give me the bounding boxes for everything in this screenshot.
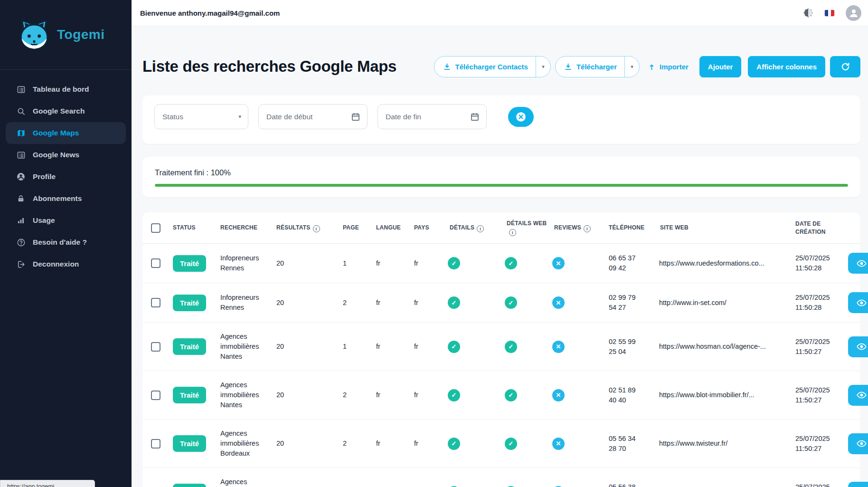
recherche-cell: Infopreneurs Rennes	[217, 253, 273, 273]
langue-cell: fr	[372, 439, 410, 449]
info-icon[interactable]: i	[477, 225, 484, 232]
pays-cell: fr	[410, 342, 446, 352]
site-web-link[interactable]: https://www.blot-immobilier.fr/...	[656, 390, 792, 400]
progress-label: Traitement fini : 100%	[155, 167, 848, 178]
help-icon	[16, 238, 26, 247]
site-web-link[interactable]: https://www.twisteur.fr/	[656, 439, 792, 449]
recherche-cell: Agences immobilières Nantes	[217, 380, 273, 410]
sidebar-item-deconnexion[interactable]: Deconnexion	[6, 253, 126, 275]
date-creation-cell: 25/07/2025	[792, 482, 851, 487]
sidebar-item-google-search[interactable]: Google Search	[6, 100, 126, 122]
filters-card: Status ▾ Date de début Date de fin	[142, 95, 860, 144]
details-web-check-icon: ✓	[505, 341, 517, 353]
import-button[interactable]: Importer	[648, 63, 689, 71]
add-button[interactable]: Ajouter	[699, 56, 742, 77]
view-button[interactable]	[848, 336, 868, 357]
sidebar-item-label: Google Maps	[33, 129, 79, 137]
results-table: Status Recherche Résultatsi Page Langue …	[142, 212, 860, 487]
status-select[interactable]: Status ▾	[154, 104, 248, 129]
sidebar-item-besoin-daide[interactable]: Besoin d'aide ?	[6, 231, 126, 253]
column-header-page: Page	[339, 224, 372, 232]
reviews-x-icon: ✕	[552, 341, 565, 353]
sidebar-item-tableau-de-bord[interactable]: Tableau de bord	[6, 78, 126, 100]
french-flag-icon[interactable]	[825, 10, 834, 16]
date-end-input[interactable]: Date de fin	[377, 104, 487, 129]
download-contacts-caret[interactable]: ▾	[536, 57, 550, 77]
info-icon[interactable]: i	[584, 225, 591, 232]
select-all-checkbox[interactable]	[151, 223, 160, 233]
status-badge: Traité	[173, 387, 206, 403]
resultats-cell: 20	[273, 258, 339, 268]
column-header-reviews: Reviewsi	[550, 224, 605, 232]
resultats-cell: 20	[273, 439, 339, 449]
view-button[interactable]	[848, 482, 868, 487]
langue-cell: fr	[372, 258, 410, 268]
upload-icon	[648, 63, 656, 71]
site-web-link[interactable]: http://www.in-set.com/	[656, 298, 792, 308]
sidebar-item-google-maps[interactable]: Google Maps	[6, 122, 126, 144]
download-contacts-button[interactable]: Télécharger Contacts	[434, 57, 536, 77]
download-icon	[564, 63, 572, 71]
row-checkbox[interactable]	[151, 298, 160, 307]
details-check-icon: ✓	[448, 296, 460, 309]
search-icon	[16, 106, 26, 116]
sidebar-item-abonnements[interactable]: Abonnements	[6, 188, 126, 210]
download-caret[interactable]: ▾	[624, 57, 639, 77]
row-checkbox[interactable]	[151, 342, 160, 352]
date-creation-cell: 25/07/2025 11:50:27	[792, 434, 851, 454]
reviews-x-icon: ✕	[552, 389, 565, 401]
date-start-input[interactable]: Date de début	[258, 104, 368, 129]
x-circle-icon	[515, 111, 527, 123]
eye-icon	[856, 258, 867, 269]
status-badge: Traité	[173, 435, 206, 452]
eye-icon	[856, 341, 867, 352]
recherche-cell: Infopreneurs Rennes	[217, 293, 273, 313]
theme-toggle-icon[interactable]	[803, 8, 813, 18]
info-icon[interactable]: i	[313, 225, 320, 232]
pays-cell: fr	[410, 298, 446, 308]
status-badge: Traité	[173, 255, 206, 272]
reviews-x-icon: ✕	[552, 257, 565, 269]
reviews-x-icon: ✕	[552, 296, 565, 309]
table-row: Traité Infopreneurs Rennes 20 2 fr fr ✓ …	[142, 283, 860, 322]
download-icon	[443, 63, 451, 71]
clear-filters-button[interactable]	[508, 107, 534, 127]
details-web-check-icon: ✓	[505, 438, 517, 450]
column-header-langue: Langue	[372, 224, 410, 232]
logo[interactable]: Togemi	[0, 0, 132, 70]
column-header-details-web: Détails webi	[503, 220, 550, 236]
show-columns-button[interactable]: Afficher colonnes	[748, 56, 825, 77]
details-check-icon: ✓	[448, 389, 460, 401]
sidebar-item-label: Usage	[33, 216, 55, 225]
eye-icon	[856, 390, 867, 401]
site-web-link[interactable]: https://www.ruedesformations.co...	[656, 258, 792, 268]
download-button[interactable]: Télécharger	[556, 57, 624, 77]
refresh-button[interactable]	[830, 56, 860, 77]
site-web-link[interactable]: https://www.hosman.co/l/agence-...	[656, 342, 792, 352]
info-icon[interactable]: i	[509, 229, 516, 236]
view-button[interactable]	[848, 385, 868, 406]
details-check-icon: ✓	[448, 257, 460, 269]
sidebar-item-label: Google News	[33, 151, 79, 159]
sidebar-item-usage[interactable]: Usage	[6, 210, 126, 231]
view-button[interactable]	[848, 253, 868, 274]
lock-icon	[16, 194, 26, 203]
row-checkbox[interactable]	[151, 391, 160, 400]
recherche-cell: Agences immobilières Nantes	[217, 332, 273, 362]
column-header-site-web: Site web	[656, 224, 792, 232]
sidebar-item-profile[interactable]: Profile	[6, 166, 126, 188]
row-checkbox[interactable]	[151, 439, 160, 449]
avatar[interactable]	[846, 5, 861, 21]
sidebar-item-google-news[interactable]: Google News	[6, 144, 126, 166]
column-header-date-de-creation: Date de création	[792, 220, 851, 236]
pays-cell: fr	[410, 390, 446, 400]
progress-bar	[155, 184, 848, 187]
dashboard-icon	[16, 85, 26, 94]
row-checkbox[interactable]	[151, 258, 160, 268]
view-button[interactable]	[848, 292, 868, 313]
logout-icon	[16, 259, 26, 269]
view-button[interactable]	[848, 433, 868, 454]
table-row: Traité Agences immobilières Nantes 20 2 …	[142, 371, 860, 419]
telephone-cell: 05 56 34 28 70	[605, 434, 656, 454]
langue-cell: fr	[372, 298, 410, 308]
